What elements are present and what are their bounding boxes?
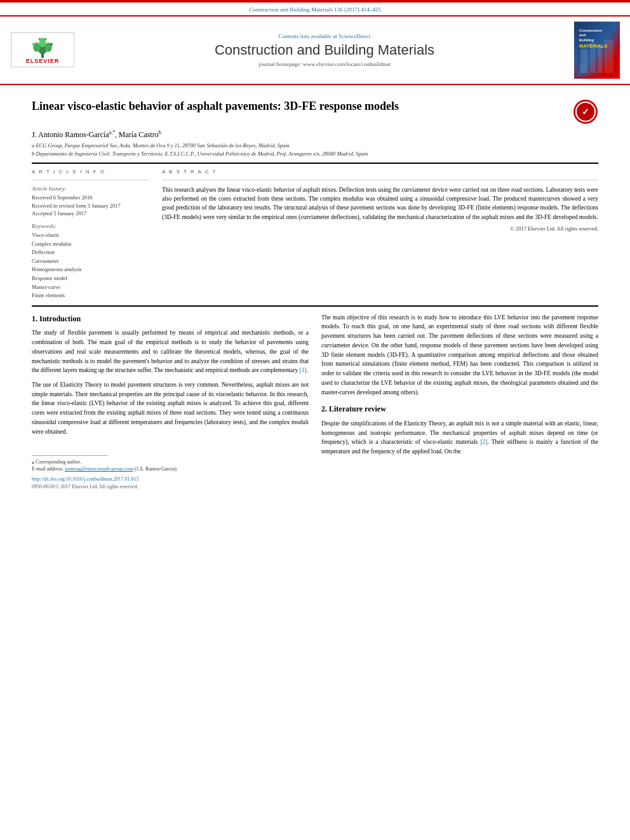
header-area: ELSEVIER Contents lists available at Sci… <box>0 15 630 85</box>
elsevier-text: ELSEVIER <box>26 58 60 64</box>
crossmark-circle: ✓ <box>573 100 598 124</box>
keywords-label: Keywords: <box>32 223 149 229</box>
section1-para2: The use of Elasticity Theory to model pa… <box>32 380 309 436</box>
corresponding-author-note: ⁎ Corresponding author. <box>32 458 309 465</box>
article-title: Linear visco-elastic behavior of asphalt… <box>32 99 573 114</box>
thin-rule-info <box>32 180 149 180</box>
keyword-8: Finite elements <box>32 291 149 300</box>
email-note: E-mail address: jramosg@euroconsult-grou… <box>32 465 309 472</box>
svg-point-6 <box>50 43 53 46</box>
svg-rect-12 <box>597 46 602 73</box>
thick-rule-1 <box>32 163 598 164</box>
author2-name: María Castro <box>119 130 159 139</box>
thick-rule-2 <box>32 305 598 307</box>
section2-heading: 2. Literature review <box>321 403 598 415</box>
keyword-5: Homogeneous analysis <box>32 265 149 274</box>
journal-ref-line: Construction and Building Materials 136 … <box>0 3 630 15</box>
abstract-col: A B S T R A C T This research analyses t… <box>162 169 598 300</box>
article-info-abstract: A R T I C L E I N F O Article history: R… <box>32 169 598 300</box>
email-suffix: (J.A. Ramos-García). <box>135 466 178 472</box>
abstract-text: This research analyses the linear visco-… <box>162 185 598 222</box>
journal-title-main: Construction and Building Materials <box>84 42 565 58</box>
header-center: Contents lists available at ScienceDirec… <box>84 33 565 67</box>
keyword-4: Curviameter <box>32 257 149 266</box>
sciencedirect-link: Contents lists available at ScienceDirec… <box>84 33 565 39</box>
crossmark-svg: ✓ <box>575 101 596 123</box>
keyword-2: Complex modulus <box>32 240 149 249</box>
journal-ref-text: Construction and Building Materials 136 … <box>249 6 380 13</box>
svg-point-5 <box>32 43 36 46</box>
elsevier-logo: ELSEVIER <box>11 32 74 67</box>
footnotes-section: ⁎ Corresponding author. E-mail address: … <box>32 455 309 491</box>
article-info-label: A R T I C L E I N F O <box>32 169 149 175</box>
journal-homepage: journal homepage: www.elsevier.com/locat… <box>84 61 565 67</box>
main-content: Linear visco-elastic behavior of asphalt… <box>0 85 630 497</box>
crossmark-logo: ✓ <box>573 99 598 124</box>
keyword-1: Visco-elastic <box>32 231 149 240</box>
header-left: ELSEVIER <box>8 32 77 69</box>
thin-rule-abstract <box>162 180 598 180</box>
svg-text:Construction: Construction <box>579 29 602 32</box>
history-accepted: Accepted 5 January 2017 <box>32 210 149 218</box>
svg-rect-10 <box>580 49 587 74</box>
email-link[interactable]: jramosg@euroconsult-group.com <box>65 466 133 472</box>
section1-number: 1. <box>32 314 37 323</box>
history-label: Article history: <box>32 185 149 192</box>
section2-title: Literature review <box>329 404 386 413</box>
copyright-line: © 2017 Elsevier Ltd. All rights reserved… <box>162 225 598 232</box>
section2-number: 2. <box>321 404 327 413</box>
ref-2-link[interactable]: [2] <box>480 439 487 445</box>
journal-cover: Construction and Building MATERIALS <box>574 22 620 79</box>
email-label: E-mail address: <box>32 466 64 472</box>
body-two-col: 1. Introduction The study of flexible pa… <box>32 313 598 491</box>
svg-point-7 <box>39 37 41 40</box>
section1-para1: The study of flexible pavement is usuall… <box>32 328 309 375</box>
section1-right-para1: The main objective of this research is t… <box>321 313 598 397</box>
section1-title: Introduction <box>39 314 81 323</box>
svg-text:and: and <box>579 33 586 37</box>
author2-sup: b <box>159 130 161 135</box>
affiliation-b: b Departamento de Ingeniería Civil: Tran… <box>32 150 598 157</box>
article-title-section: Linear visco-elastic behavior of asphalt… <box>32 91 598 130</box>
svg-text:MATERIALS: MATERIALS <box>579 43 607 49</box>
issn-line: 0950-0618/© 2017 Elsevier Ltd. All right… <box>32 483 309 491</box>
article-info-col: A R T I C L E I N F O Article history: R… <box>32 169 149 300</box>
doi-line[interactable]: http://dx.doi.org/10.1016/j.conbuildmat.… <box>32 476 309 483</box>
svg-point-8 <box>44 37 47 40</box>
author1-name: J. Antonio Ramos-García <box>32 130 109 139</box>
footnote-rule <box>32 455 108 456</box>
section1-heading: 1. Introduction <box>32 313 309 325</box>
keywords-list: Visco-elastic Complex modulus Deflection… <box>32 231 149 300</box>
history-received: Received 6 September 2016 <box>32 194 149 202</box>
affiliation-a: a ECG Group, Parque Empresarial Sur, Avd… <box>32 142 598 149</box>
body-col-left: 1. Introduction The study of flexible pa… <box>32 313 309 491</box>
keyword-3: Deflection <box>32 248 149 257</box>
body-col-right: The main objective of this research is t… <box>321 313 598 491</box>
keyword-7: Master-curve <box>32 283 149 292</box>
svg-text:Building: Building <box>579 38 594 42</box>
elsevier-tree-svg <box>23 36 62 58</box>
abstract-label: A B S T R A C T <box>162 169 598 175</box>
svg-text:✓: ✓ <box>582 107 589 117</box>
contents-available-text: Contents lists available at ScienceDirec… <box>279 33 371 39</box>
authors-section: J. Antonio Ramos-Garcíaa,*, María Castro… <box>32 130 598 140</box>
keyword-6: Response model <box>32 274 149 283</box>
section2-para1: Despite the simplifications of the Elast… <box>321 419 598 457</box>
header-right: Construction and Building MATERIALS <box>572 22 622 79</box>
page: Construction and Building Materials 136 … <box>0 0 630 840</box>
history-received-revised: Received in revised form 3 January 2017 <box>32 202 149 210</box>
ref-1-link[interactable]: [1] <box>300 367 307 373</box>
journal-cover-svg: Construction and Building MATERIALS <box>577 24 618 76</box>
author1-sup: a,* <box>109 130 116 135</box>
